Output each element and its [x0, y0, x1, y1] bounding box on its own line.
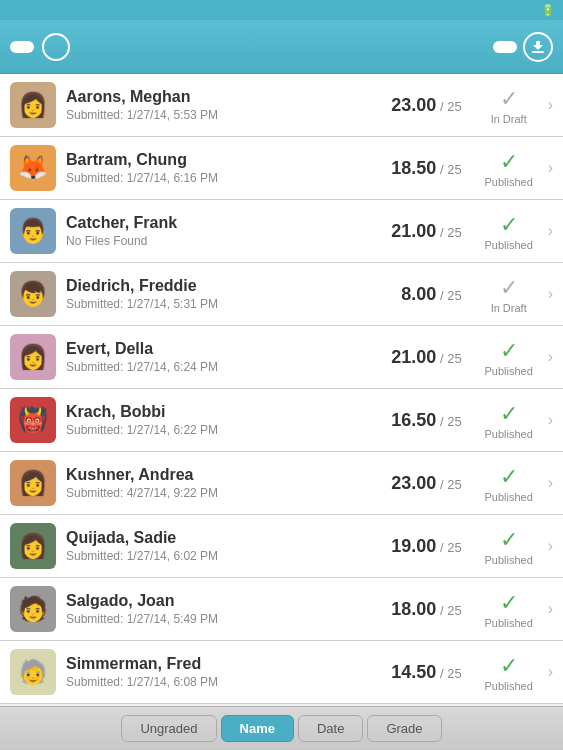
person-sub: Submitted: 1/27/14, 6:24 PM — [66, 360, 391, 374]
header — [0, 20, 563, 74]
battery-icon: 🔋 — [541, 4, 555, 17]
student-list: 👩 Aarons, Meghan Submitted: 1/27/14, 5:5… — [0, 74, 563, 706]
chevron-icon: › — [548, 348, 553, 366]
status-label: Published — [485, 239, 533, 251]
check-icon: ✓ — [500, 212, 518, 238]
status-label: In Draft — [491, 113, 527, 125]
chevron-icon: › — [548, 474, 553, 492]
list-item[interactable]: 👩 Evert, Della Submitted: 1/27/14, 6:24 … — [0, 326, 563, 389]
avatar: 👨 — [10, 208, 56, 254]
person-name: Bartram, Chung — [66, 151, 391, 169]
score-value: 18.50 — [391, 158, 436, 178]
person-name: Catcher, Frank — [66, 214, 391, 232]
status-label: Published — [485, 176, 533, 188]
person-sub: Submitted: 1/27/14, 5:31 PM — [66, 297, 401, 311]
download-button[interactable] — [523, 32, 553, 62]
status-right: 🔋 — [537, 4, 555, 17]
person-sub: Submitted: 4/27/14, 9:22 PM — [66, 486, 391, 500]
list-item[interactable]: 👹 Krach, Bobbi Submitted: 1/27/14, 6:22 … — [0, 389, 563, 452]
score-denom: / 25 — [436, 99, 461, 114]
status-label: Published — [485, 365, 533, 377]
check-icon: ✓ — [500, 527, 518, 553]
score-value: 18.00 — [391, 599, 436, 619]
tab-ungraded[interactable]: Ungraded — [121, 715, 216, 742]
status-area: ✓ Published — [474, 527, 544, 566]
avatar: 🧓 — [10, 649, 56, 695]
score-denom: / 25 — [436, 477, 461, 492]
list-item[interactable]: 👩 Aarons, Meghan Submitted: 1/27/14, 5:5… — [0, 74, 563, 137]
score-value: 21.00 — [391, 221, 436, 241]
person-name: Salgado, Joan — [66, 592, 391, 610]
person-name: Kushner, Andrea — [66, 466, 391, 484]
person-name: Quijada, Sadie — [66, 529, 391, 547]
status-label: Published — [485, 428, 533, 440]
check-icon: ✓ — [500, 338, 518, 364]
tab-date[interactable]: Date — [298, 715, 363, 742]
person-info: Simmerman, Fred Submitted: 1/27/14, 6:08… — [66, 655, 391, 689]
avatar: 👩 — [10, 82, 56, 128]
svg-rect-0 — [532, 51, 544, 53]
score-area: 23.00 / 25 — [391, 473, 461, 494]
list-item[interactable]: 👩 Quijada, Sadie Submitted: 1/27/14, 6:0… — [0, 515, 563, 578]
status-area: ✓ Published — [474, 464, 544, 503]
tab-name[interactable]: Name — [221, 715, 294, 742]
chevron-icon: › — [548, 222, 553, 240]
list-item[interactable]: 👩 Kushner, Andrea Submitted: 4/27/14, 9:… — [0, 452, 563, 515]
check-icon: ✓ — [500, 653, 518, 679]
chevron-icon: › — [548, 663, 553, 681]
person-sub: Submitted: 1/27/14, 6:16 PM — [66, 171, 391, 185]
all-folders-button[interactable] — [10, 41, 34, 53]
status-area: ✓ Published — [474, 653, 544, 692]
person-sub: No Files Found — [66, 234, 391, 248]
person-name: Diedrich, Freddie — [66, 277, 401, 295]
chevron-icon: › — [548, 600, 553, 618]
list-item[interactable]: 🧑 Salgado, Joan Submitted: 1/27/14, 5:49… — [0, 578, 563, 641]
tab-bar: UngradedNameDateGrade — [0, 706, 563, 750]
score-denom: / 25 — [436, 225, 461, 240]
check-icon: ✓ — [500, 590, 518, 616]
score-area: 21.00 / 25 — [391, 347, 461, 368]
tab-grade[interactable]: Grade — [367, 715, 441, 742]
list-item[interactable]: 👦 Diedrich, Freddie Submitted: 1/27/14, … — [0, 263, 563, 326]
person-sub: Submitted: 1/27/14, 6:22 PM — [66, 423, 391, 437]
header-right — [493, 32, 553, 62]
score-denom: / 25 — [436, 603, 461, 618]
person-sub: Submitted: 1/27/14, 5:49 PM — [66, 612, 391, 626]
status-area: ✓ Published — [474, 212, 544, 251]
person-info: Diedrich, Freddie Submitted: 1/27/14, 5:… — [66, 277, 401, 311]
avatar: 👩 — [10, 523, 56, 569]
score-value: 8.00 — [401, 284, 436, 304]
check-icon: ✓ — [500, 149, 518, 175]
person-name: Evert, Della — [66, 340, 391, 358]
status-area: ✓ Published — [474, 401, 544, 440]
chevron-icon: › — [548, 411, 553, 429]
person-name: Aarons, Meghan — [66, 88, 391, 106]
avatar: 👩 — [10, 460, 56, 506]
status-label: Published — [485, 680, 533, 692]
score-area: 18.00 / 25 — [391, 599, 461, 620]
list-item[interactable]: 🦊 Bartram, Chung Submitted: 1/27/14, 6:1… — [0, 137, 563, 200]
person-info: Bartram, Chung Submitted: 1/27/14, 6:16 … — [66, 151, 391, 185]
check-icon: ✓ — [500, 275, 518, 301]
chevron-icon: › — [548, 285, 553, 303]
score-area: 23.00 / 25 — [391, 95, 461, 116]
person-info: Evert, Della Submitted: 1/27/14, 6:24 PM — [66, 340, 391, 374]
score-value: 14.50 — [391, 662, 436, 682]
score-denom: / 25 — [436, 288, 461, 303]
score-area: 8.00 / 25 — [401, 284, 461, 305]
person-info: Aarons, Meghan Submitted: 1/27/14, 5:53 … — [66, 88, 391, 122]
list-item[interactable]: 🧓 Simmerman, Fred Submitted: 1/27/14, 6:… — [0, 641, 563, 704]
chevron-icon: › — [548, 537, 553, 555]
publish-all-button[interactable] — [493, 41, 517, 53]
check-icon: ✓ — [500, 86, 518, 112]
status-label: In Draft — [491, 302, 527, 314]
info-button[interactable] — [42, 33, 70, 61]
score-value: 23.00 — [391, 473, 436, 493]
status-label: Published — [485, 617, 533, 629]
score-value: 23.00 — [391, 95, 436, 115]
list-item[interactable]: 👨 Catcher, Frank No Files Found 21.00 / … — [0, 200, 563, 263]
status-label: Published — [485, 554, 533, 566]
score-area: 14.50 / 25 — [391, 662, 461, 683]
check-icon: ✓ — [500, 401, 518, 427]
header-left — [10, 33, 78, 61]
